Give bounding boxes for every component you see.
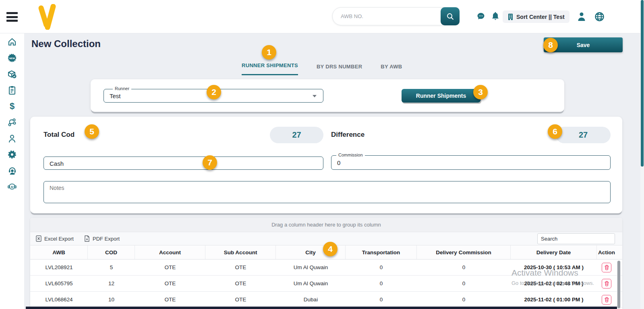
topbar: Sort Center || Test bbox=[0, 0, 644, 33]
tab-bar: RUNNER SHIPMENTS BY DRS NUMBER BY AWB bbox=[242, 62, 402, 75]
column-header-account[interactable]: Account bbox=[135, 245, 205, 259]
table-row: LVL605795 12 OTE OTE Um Al Quwain 0 0 20… bbox=[30, 276, 622, 292]
cell-city: Um Al Quwain bbox=[276, 276, 346, 291]
cell-cod: 12 bbox=[88, 276, 135, 291]
app-screen: Sort Center || Test NEW $ bbox=[0, 0, 644, 309]
cell-delivery-date: 2025-10-30 ( 10:53 AM ) bbox=[511, 260, 597, 275]
runner-shipments-button[interactable]: Runner Shipments bbox=[402, 89, 480, 103]
cell-awb: LVL068624 bbox=[30, 292, 88, 307]
bell-icon[interactable] bbox=[491, 11, 500, 23]
tab-runner-shipments[interactable]: RUNNER SHIPMENTS bbox=[242, 62, 298, 75]
payment-type-select[interactable]: Cash bbox=[43, 157, 323, 170]
package-check-icon[interactable] bbox=[7, 70, 17, 78]
dollar-icon[interactable]: $ bbox=[7, 102, 17, 111]
column-header-awb[interactable]: AWB bbox=[30, 245, 88, 259]
ai-assistant-icon[interactable]: AI bbox=[7, 182, 17, 191]
cell-transportation: 0 bbox=[346, 260, 417, 275]
globe-icon[interactable] bbox=[594, 12, 605, 23]
delete-row-button[interactable] bbox=[602, 279, 611, 288]
pdf-icon bbox=[84, 235, 90, 242]
notes-textarea[interactable] bbox=[44, 181, 610, 203]
pdf-export-button[interactable]: PDF Export bbox=[84, 235, 120, 242]
table-scrollbar[interactable] bbox=[617, 261, 621, 309]
building-icon bbox=[507, 13, 514, 21]
cell-awb: LVL605795 bbox=[30, 276, 88, 291]
sort-center-label: Sort Center || Test bbox=[516, 14, 565, 20]
search-button[interactable] bbox=[441, 7, 460, 25]
table-search-input[interactable] bbox=[538, 236, 615, 242]
awb-search bbox=[332, 7, 460, 25]
new-badge-icon[interactable]: NEW bbox=[7, 54, 17, 62]
person-icon[interactable] bbox=[7, 134, 17, 143]
gear-icon[interactable] bbox=[7, 150, 17, 159]
table-row: LVL068624 10 OTE OTE Dubai 0 0 2025-11-0… bbox=[30, 292, 622, 308]
menu-icon[interactable] bbox=[6, 12, 18, 22]
svg-text:NEW: NEW bbox=[9, 57, 15, 60]
column-header-transportation[interactable]: Transportation bbox=[346, 245, 417, 259]
summary-panel: Total Cod 27 Difference 27 Cash Commissi… bbox=[30, 117, 622, 213]
page-title: New Collection bbox=[31, 38, 101, 49]
total-cod-value: 27 bbox=[270, 127, 323, 143]
notes-field bbox=[43, 181, 611, 203]
trash-icon bbox=[604, 297, 609, 303]
cell-city: Dubai bbox=[276, 292, 346, 307]
svg-text:AI: AI bbox=[10, 185, 13, 188]
cell-sub-account: OTE bbox=[205, 276, 276, 291]
column-header-delivery-date[interactable]: Delivery Date bbox=[511, 245, 597, 259]
cell-sub-account: OTE bbox=[205, 260, 276, 275]
cell-city: Um Al Quwain bbox=[276, 260, 346, 275]
column-header-delivery-commission[interactable]: Delivery Commission bbox=[417, 245, 511, 259]
excel-export-button[interactable]: Excel Export bbox=[36, 235, 74, 242]
commission-value: 0 bbox=[337, 159, 340, 166]
difference-label: Difference bbox=[331, 131, 364, 139]
chat-icon[interactable] bbox=[476, 12, 486, 23]
clipboard-icon[interactable] bbox=[7, 86, 17, 95]
dropdown-caret-icon bbox=[313, 95, 317, 97]
home-icon[interactable] bbox=[7, 37, 17, 46]
total-cod-label: Total Cod bbox=[43, 131, 75, 139]
cell-cod: 5 bbox=[88, 260, 135, 275]
column-header-cod[interactable]: COD bbox=[88, 245, 135, 259]
annotation-badge-6: 6 bbox=[548, 124, 562, 139]
support-agent-icon[interactable] bbox=[7, 166, 17, 175]
column-header-sub-account[interactable]: Sub Account bbox=[205, 245, 276, 259]
bottom-strip bbox=[26, 307, 617, 309]
table-body: LVL208921 5 OTE OTE Um Al Quwain 0 0 202… bbox=[30, 260, 622, 308]
cell-delivery-date: 2025-11-02 ( 01:00 PM ) bbox=[511, 292, 597, 307]
cell-transportation: 0 bbox=[346, 292, 417, 307]
sort-center-selector[interactable]: Sort Center || Test bbox=[503, 10, 569, 23]
trash-icon bbox=[604, 265, 609, 270]
annotation-badge-4: 4 bbox=[323, 242, 338, 256]
table-search bbox=[537, 233, 615, 244]
payment-type-value: Cash bbox=[50, 160, 64, 167]
cell-account: OTE bbox=[135, 292, 205, 307]
column-header-action: Action bbox=[597, 245, 616, 259]
delete-row-button[interactable] bbox=[602, 295, 611, 305]
commission-label: Commission bbox=[336, 152, 365, 157]
annotation-badge-3: 3 bbox=[473, 85, 488, 99]
group-drop-zone[interactable]: Drag a column header here to group its c… bbox=[30, 218, 622, 232]
cell-delivery-commission: 0 bbox=[417, 276, 511, 291]
branch-icon[interactable] bbox=[7, 118, 17, 127]
annotation-badge-1: 1 bbox=[262, 45, 276, 60]
runner-select-label: Runner bbox=[113, 86, 131, 91]
user-icon[interactable] bbox=[577, 11, 586, 23]
runner-select-value: Test bbox=[110, 93, 121, 99]
pdf-export-label: PDF Export bbox=[93, 236, 120, 242]
trash-icon bbox=[604, 281, 609, 286]
cell-cod: 10 bbox=[88, 292, 135, 307]
tab-by-awb[interactable]: BY AWB bbox=[381, 64, 402, 75]
annotation-badge-5: 5 bbox=[85, 124, 99, 139]
search-icon bbox=[446, 12, 454, 21]
awb-search-input[interactable] bbox=[333, 13, 441, 19]
annotation-badge-2: 2 bbox=[207, 85, 221, 99]
annotation-badge-8: 8 bbox=[543, 38, 558, 52]
tab-by-drs-number[interactable]: BY DRS NUMBER bbox=[317, 64, 362, 75]
runner-panel: Runner Test Runner Shipments bbox=[91, 79, 564, 112]
commission-field[interactable]: Commission 0 bbox=[331, 155, 611, 170]
page-scrollbar[interactable] bbox=[640, 0, 644, 309]
sidebar: NEW $ AI bbox=[0, 33, 24, 309]
logo-v[interactable] bbox=[35, 4, 60, 30]
delete-row-button[interactable] bbox=[602, 263, 611, 272]
cell-delivery-commission: 0 bbox=[417, 292, 511, 307]
